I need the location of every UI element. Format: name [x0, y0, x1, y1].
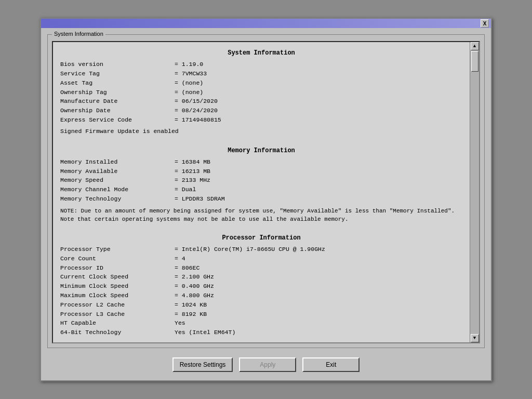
table-row: Maximum Clock Speed= 4.800 GHz — [60, 291, 462, 300]
memory-info-rows: Memory Installed= 16384 MBMemory Availab… — [60, 157, 462, 204]
scroll-track[interactable] — [470, 50, 479, 334]
row-value: = Intel(R) Core(TM) i7-8665U CPU @ 1.90G… — [175, 245, 325, 254]
table-row: Current Clock Speed= 2.100 GHz — [60, 272, 462, 282]
scroll-area: System Information Bios version= 1.19.0S… — [52, 41, 480, 343]
restore-settings-button[interactable]: Restore Settings — [172, 357, 233, 372]
row-label: Ownership Tag — [60, 88, 175, 97]
table-row: Memory Channel Mode= Dual — [60, 185, 462, 194]
table-row: Ownership Tag= (none) — [60, 88, 462, 97]
table-row: Core Count= 4 — [60, 254, 462, 263]
table-row: Asset Tag= (none) — [60, 78, 462, 88]
system-info-title: System Information — [60, 49, 462, 57]
scroll-up-button[interactable]: ▲ — [471, 42, 479, 50]
close-button[interactable]: X — [481, 19, 489, 28]
row-value: = 1.19.0 — [175, 60, 203, 69]
row-label: Processor L2 Cache — [60, 300, 175, 310]
table-row: 64-Bit TechnologyYes (Intel EM64T) — [60, 328, 462, 337]
table-row: Ownership Date= 08/24/2020 — [60, 106, 462, 115]
table-row: Processor ID= 806EC — [60, 263, 462, 273]
row-value: = (none) — [175, 88, 203, 97]
table-row: Memory Available= 16213 MB — [60, 167, 462, 176]
row-value: = 4.800 GHz — [175, 291, 214, 300]
row-label: Bios version — [60, 60, 175, 69]
row-value: = 8192 KB — [175, 310, 207, 319]
row-value: Yes (Intel EM64T) — [175, 328, 235, 337]
table-row: Minimum Clock Speed= 0.400 GHz — [60, 282, 462, 291]
table-row: HT CapableYes — [60, 318, 462, 328]
row-label: 64-Bit Technology — [60, 328, 175, 337]
row-label: Memory Available — [60, 167, 175, 176]
row-label: Express Service Code — [60, 115, 175, 125]
exit-button[interactable]: Exit — [302, 357, 360, 372]
scroll-thumb[interactable] — [471, 51, 478, 72]
table-row: Manufacture Date= 06/15/2020 — [60, 97, 462, 106]
system-info-rows: Bios version= 1.19.0Service Tag= 7VMCW33… — [60, 60, 462, 125]
main-window: X System Information System Information … — [40, 18, 492, 381]
row-value: = 06/15/2020 — [175, 97, 218, 106]
row-value: = LPDDR3 SDRAM — [175, 194, 225, 204]
row-label: Memory Channel Mode — [60, 185, 175, 194]
scrollbar[interactable]: ▲ ▼ — [470, 42, 479, 342]
title-bar: X — [41, 19, 491, 28]
table-row: Memory Installed= 16384 MB — [60, 157, 462, 167]
row-label: Service Tag — [60, 69, 175, 78]
row-value: = 0.400 GHz — [175, 282, 214, 291]
row-label: Maximum Clock Speed — [60, 291, 175, 300]
table-row: Express Service Code= 17149480815 — [60, 115, 462, 125]
firmware-note: Signed Firmware Update is enabled — [60, 128, 462, 135]
memory-note: NOTE: Due to an amount of memory being a… — [60, 207, 462, 224]
row-value: = (none) — [175, 78, 203, 88]
row-label: Core Count — [60, 254, 175, 263]
group-box-label: System Information — [52, 31, 105, 37]
memory-info-title: Memory Information — [60, 147, 462, 154]
row-value: = 2.100 GHz — [175, 272, 214, 282]
button-bar: Restore Settings Apply Exit — [47, 353, 485, 374]
row-label: Processor L3 Cache — [60, 310, 175, 319]
row-label: Processor Type — [60, 245, 175, 254]
row-value: = 4 — [175, 254, 185, 263]
row-label: Asset Tag — [60, 78, 175, 88]
table-row: Memory Speed= 2133 MHz — [60, 176, 462, 185]
apply-button[interactable]: Apply — [239, 357, 296, 372]
row-value: = 2133 MHz — [175, 176, 210, 185]
table-row: Processor Type= Intel(R) Core(TM) i7-866… — [60, 245, 462, 254]
scroll-content: System Information Bios version= 1.19.0S… — [53, 42, 470, 342]
row-value: = 17149480815 — [175, 115, 221, 125]
row-value: = 16213 MB — [175, 167, 210, 176]
window-body: System Information System Information Bi… — [41, 28, 491, 380]
row-value: = 806EC — [175, 263, 200, 273]
row-label: Processor ID — [60, 263, 175, 273]
table-row: Service Tag= 7VMCW33 — [60, 69, 462, 78]
processor-info-rows: Processor Type= Intel(R) Core(TM) i7-866… — [60, 245, 462, 337]
row-label: Manufacture Date — [60, 97, 175, 106]
table-row: Processor L2 Cache= 1024 KB — [60, 300, 462, 310]
row-value: Yes — [175, 318, 185, 328]
system-info-group: System Information System Information Bi… — [47, 34, 485, 348]
table-row: Bios version= 1.19.0 — [60, 60, 462, 69]
row-label: Memory Technology — [60, 194, 175, 204]
row-value: = 1024 KB — [175, 300, 207, 310]
row-value: = 16384 MB — [175, 157, 210, 167]
processor-info-title: Processor Information — [60, 234, 462, 242]
table-row: Processor L3 Cache= 8192 KB — [60, 310, 462, 319]
row-label: Memory Installed — [60, 157, 175, 167]
table-row: Memory Technology= LPDDR3 SDRAM — [60, 194, 462, 204]
row-label: Ownership Date — [60, 106, 175, 115]
row-label: Minimum Clock Speed — [60, 282, 175, 291]
row-value: = Dual — [175, 185, 196, 194]
row-value: = 08/24/2020 — [175, 106, 218, 115]
row-label: HT Capable — [60, 318, 175, 328]
scroll-down-button[interactable]: ▼ — [471, 334, 479, 342]
row-label: Current Clock Speed — [60, 272, 175, 282]
row-label: Memory Speed — [60, 176, 175, 185]
row-value: = 7VMCW33 — [175, 69, 207, 78]
